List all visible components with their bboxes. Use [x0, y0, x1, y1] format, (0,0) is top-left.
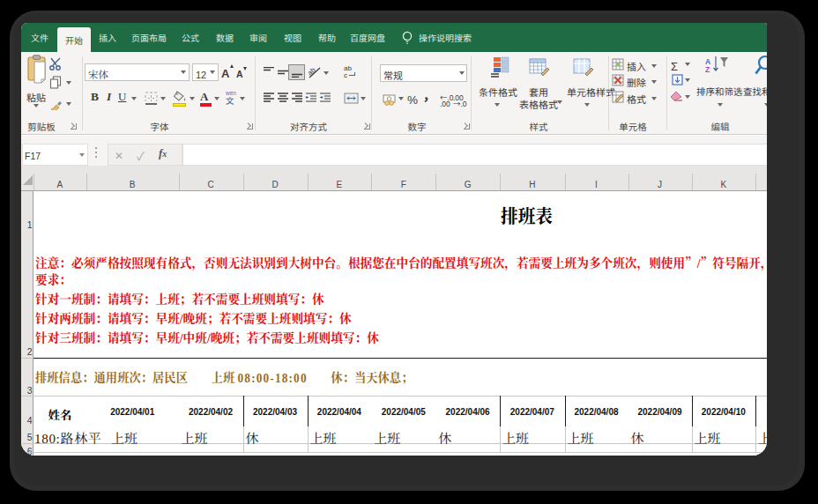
svg-text:ab: ab	[309, 66, 317, 77]
